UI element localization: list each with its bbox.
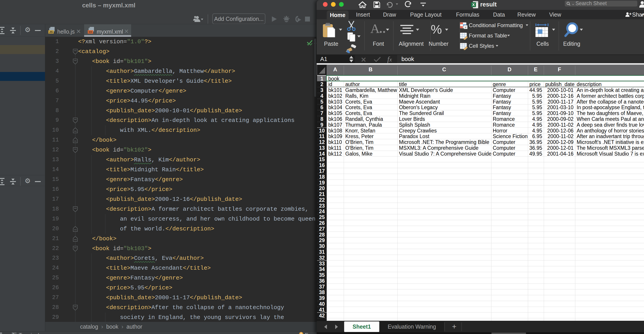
svg-text:≠: ≠ bbox=[465, 26, 466, 29]
svg-text:JS: JS bbox=[49, 30, 53, 34]
svg-text:<>: <> bbox=[88, 30, 92, 34]
svg-text:X: X bbox=[472, 3, 475, 7]
